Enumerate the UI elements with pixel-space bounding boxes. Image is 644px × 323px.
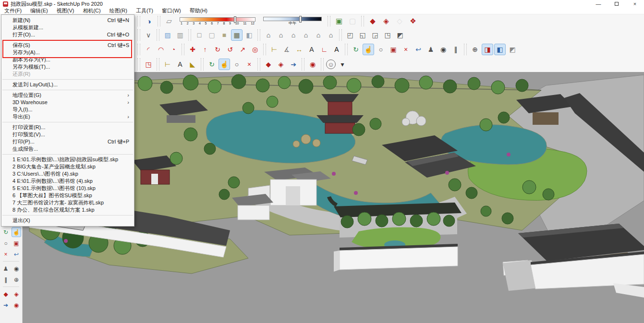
zoom-window-icon[interactable]: ▣	[12, 238, 21, 248]
file-menu-item-18[interactable]: 打印预览(V)...	[1, 131, 134, 138]
file-menu-item-5[interactable]: 另存为(A)...	[1, 49, 134, 56]
share-model-icon[interactable]: ◆	[263, 59, 274, 70]
xray-mode-icon[interactable]: ▨	[162, 29, 173, 41]
dimension-icon[interactable]: ↔	[293, 44, 305, 55]
section-display-icon[interactable]: ◨	[482, 44, 493, 55]
monochrome-style-icon[interactable]: ◧	[243, 29, 255, 41]
intersect-icon[interactable]: ◱	[357, 29, 368, 41]
extension-gear-icon[interactable]: ◉	[12, 300, 21, 310]
file-menu-item-27[interactable]: 6 【草图大叔】图书馆SU模型.skp	[1, 192, 134, 199]
protractor-icon[interactable]: ∡	[281, 44, 292, 55]
text-icon[interactable]: A	[306, 44, 317, 55]
follow-me-icon[interactable]: ↺	[224, 44, 236, 55]
tape-measure-icon[interactable]: ⊢	[268, 44, 280, 55]
menubar-item-1[interactable]: 编辑(E)	[26, 7, 52, 14]
file-menu-item-7[interactable]: 另存为模板(T)...	[1, 63, 134, 71]
scale-icon[interactable]: ↗	[237, 44, 248, 55]
orbit-icon[interactable]: ↻	[206, 59, 218, 70]
file-menu-item-26[interactable]: 5 E:\01.示例数据\...\图书馆 (10).skp	[1, 185, 134, 192]
zoom-icon[interactable]: ○	[231, 59, 243, 70]
left-view-icon[interactable]: ⌂	[325, 29, 337, 41]
pan-icon[interactable]: ☝	[12, 227, 21, 237]
wireframe-style-icon[interactable]: □	[194, 29, 205, 41]
back-view-icon[interactable]: ⌂	[313, 29, 324, 41]
file-menu-item-17[interactable]: 打印设置(R)...	[1, 124, 134, 131]
restore-button[interactable]	[608, 0, 626, 8]
file-menu-item-12[interactable]: 地理位置(G)›	[1, 92, 134, 99]
file-menu-item-0[interactable]: 新建(N)Ctrl 键+N	[1, 17, 134, 24]
toolbar-grip[interactable]	[339, 29, 342, 41]
top-view-icon[interactable]: ⌂	[275, 29, 287, 41]
previous-view-icon[interactable]: ↩	[12, 249, 21, 259]
outer-shell-icon[interactable]: ◰	[344, 29, 356, 41]
orbit-icon[interactable]: ↻	[1, 227, 11, 237]
toolbar-grip[interactable]	[182, 44, 184, 55]
section-fill-icon[interactable]: ◩	[507, 44, 518, 55]
toolbar-grip[interactable]	[157, 29, 159, 41]
right-view-icon[interactable]: ⌂	[300, 29, 312, 41]
text-icon[interactable]: A	[174, 59, 186, 70]
file-menu-item-6[interactable]: 副本另存为(Y)...	[1, 56, 134, 63]
file-menu-item-2[interactable]: 打开(O)...Ctrl 键+O	[1, 31, 134, 38]
file-menu-item-19[interactable]: 打印(P)...Ctrl 键+P	[1, 138, 134, 145]
iso-view-icon[interactable]: ⌂	[263, 29, 274, 41]
scale-tool-icon[interactable]: ◳	[143, 59, 154, 70]
pan-icon[interactable]: ☝	[363, 44, 374, 55]
file-menu-item-13[interactable]: 3D Warehouse›	[1, 99, 134, 106]
toolbar-grip[interactable]	[302, 58, 304, 71]
file-menu-item-31[interactable]: 退出(X)	[1, 217, 134, 224]
menubar-item-3[interactable]: 相机(C)	[78, 7, 105, 14]
position-camera-icon[interactable]: ♟	[1, 263, 11, 274]
file-menu-item-1[interactable]: 从模板新建...	[1, 24, 134, 31]
add-location-icon[interactable]: ▢	[346, 15, 359, 27]
minimize-button[interactable]: —	[589, 0, 608, 8]
share-component-icon[interactable]: ◈	[12, 289, 21, 299]
two-point-arc-icon[interactable]: ◠	[155, 44, 167, 55]
export-report-icon[interactable]: ➔	[288, 59, 299, 70]
zoom-icon[interactable]: ○	[1, 238, 11, 248]
zoom-extents-icon[interactable]: ×	[243, 59, 255, 70]
share-model-icon[interactable]: ◆	[366, 15, 379, 27]
toolbar-grip[interactable]	[263, 44, 266, 55]
toolbar-grip[interactable]	[257, 29, 260, 41]
toolbar-grip[interactable]	[137, 29, 140, 41]
toolbar-grip[interactable]	[201, 58, 204, 71]
file-menu-item-15[interactable]: 导出(E)›	[1, 113, 134, 120]
export-report-icon[interactable]: ➔	[1, 300, 11, 310]
geo-location-icon[interactable]: ▣	[333, 15, 345, 27]
shadow-time-slider[interactable]: 中午	[263, 17, 322, 25]
walk-icon[interactable]: ∥	[1, 275, 11, 285]
shadow-time-slider-handle[interactable]	[299, 16, 302, 23]
toolbar-grip[interactable]	[137, 16, 140, 26]
target-icon[interactable]: ⊕	[12, 275, 21, 285]
toolbar-grip[interactable]	[328, 16, 330, 26]
shaded-style-icon[interactable]: ■	[219, 29, 230, 41]
zoom-window-icon[interactable]: ▣	[388, 44, 399, 55]
extension-gear-icon[interactable]: ◉	[307, 59, 318, 70]
arc-icon[interactable]: ◜	[143, 44, 154, 55]
file-menu-item-23[interactable]: 2 BIG大集合-某产业园概念规划.skp	[1, 163, 134, 170]
orbit-icon[interactable]: ↻	[350, 44, 362, 55]
file-menu-item-4[interactable]: 保存(S)Ctrl 键+S	[1, 42, 134, 49]
look-around-icon[interactable]: ◉	[12, 263, 21, 274]
share-component-icon[interactable]: ◈	[380, 15, 392, 27]
zoom-extents-icon[interactable]: ×	[400, 44, 412, 55]
file-menu-item-24[interactable]: 3 C:\Users\...\图书馆 (4).skp	[1, 170, 134, 178]
axes-icon[interactable]: ∟	[318, 44, 330, 55]
pan-icon[interactable]: ☝	[219, 59, 230, 70]
file-menu-item-14[interactable]: 导入(I)...	[1, 106, 134, 113]
file-menu-item-10[interactable]: 发送到 LayOut(L)...	[1, 81, 134, 88]
extension-warehouse-icon[interactable]: ❖	[407, 15, 419, 27]
get-models-icon[interactable]: ◇	[393, 15, 406, 27]
tape-measure-icon[interactable]: ⊢	[162, 59, 173, 70]
toolbar-grip[interactable]	[345, 44, 348, 55]
toolbar-grip[interactable]	[137, 58, 140, 71]
menubar-item-0[interactable]: 文件(F)	[0, 7, 26, 14]
section-cuts-icon[interactable]: ◧	[494, 44, 506, 55]
menubar-item-2[interactable]: 视图(V)	[52, 7, 79, 14]
toolbar-grip[interactable]	[188, 29, 191, 41]
back-edges-icon[interactable]: ▥	[174, 29, 186, 41]
zoom-extents-icon[interactable]: ×	[1, 249, 11, 259]
close-button[interactable]: ×	[626, 0, 644, 8]
styles-dropdown-chevron[interactable]: ∨	[143, 29, 154, 41]
